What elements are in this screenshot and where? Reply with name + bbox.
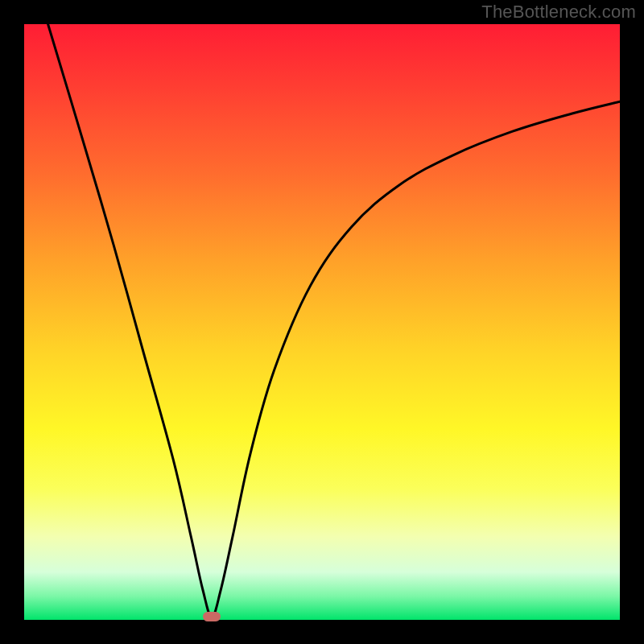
attribution-text: TheBottleneck.com (481, 2, 636, 23)
chart-frame: TheBottleneck.com (0, 0, 644, 644)
bottleneck-curve (24, 24, 620, 620)
optimal-point-marker (203, 612, 221, 621)
